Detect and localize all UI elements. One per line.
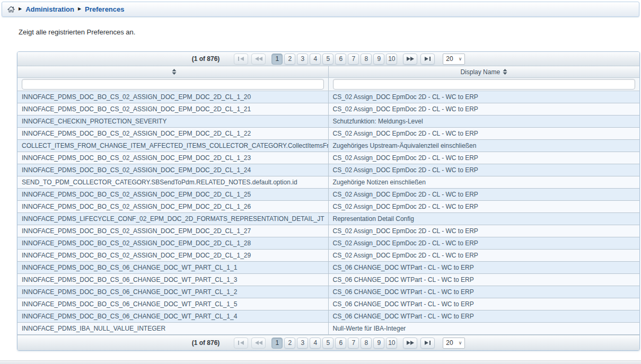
paginator-page-9-button[interactable]: 9	[373, 338, 384, 349]
paginator-last-button[interactable]	[420, 54, 435, 65]
paginator-page-3-button[interactable]: 3	[297, 338, 308, 349]
preference-name-cell: INNOFACE_PDMS_DOC_BO_CS_02_ASSIGN_DOC_EP…	[17, 201, 329, 212]
display-name-cell: Schutzfunktion: Meldungs-Level	[329, 116, 640, 127]
paginator-pages: 12345678910	[271, 54, 397, 65]
table-row[interactable]: INNOFACE_CHECKIN_PROTECTION_SEVERITYSchu…	[17, 116, 639, 128]
table-row[interactable]: INNOFACE_PDMS_DOC_BO_CS_02_ASSIGN_DOC_EP…	[17, 189, 639, 201]
breadcrumb-separator-icon: ▶	[78, 7, 81, 11]
name-filter-input[interactable]	[22, 79, 324, 90]
preference-name-cell: INNOFACE_PDMS_DOC_BO_CS_02_ASSIGN_DOC_EP…	[17, 189, 329, 200]
paginator-page-5-button[interactable]: 5	[322, 54, 333, 65]
column-header-display-name[interactable]: Display Name	[329, 66, 640, 77]
preference-name-cell: COLLECT_ITEMS_FROM_CHANGE_ITEM_AFFECTED_…	[17, 140, 329, 152]
filter-cell-name	[17, 78, 329, 91]
paginator-page-5-button[interactable]: 5	[322, 338, 333, 349]
display-name-cell: Zugehörige Notizen einschließen	[329, 176, 640, 188]
paginator-page-2-button[interactable]: 2	[284, 338, 295, 349]
display-name-cell: CS_06 CHANGE_DOC WTPart - CL - WC to ERP	[329, 262, 640, 273]
seek-last-icon	[424, 341, 431, 345]
home-icon[interactable]	[7, 6, 15, 13]
paginator-page-6-button[interactable]: 6	[335, 54, 346, 65]
table-row[interactable]: COLLECT_ITEMS_FROM_CHANGE_ITEM_AFFECTED_…	[17, 140, 639, 152]
paginator-current-text: (1 of 876)	[192, 55, 220, 63]
preference-name-cell: INNOFACE_PDMS_DOC_BO_CS_02_ASSIGN_DOC_EP…	[17, 103, 329, 115]
table-row[interactable]: INNOFACE_PDMS_IBA_NULL_VALUE_INTEGERNull…	[17, 323, 639, 335]
column-header-name[interactable]	[17, 66, 329, 77]
paginator-next-button[interactable]	[403, 54, 417, 65]
seek-last-icon	[424, 57, 431, 61]
table-row[interactable]: INNOFACE_PDMS_DOC_BO_CS_06_CHANGE_DOC_WT…	[17, 298, 639, 310]
table-row[interactable]: INNOFACE_PDMS_DOC_BO_CS_02_ASSIGN_DOC_EP…	[17, 237, 639, 250]
display-name-cell: CS_02 Assign_DOC EpmDoc 2D - CL - WC to …	[329, 237, 640, 249]
paginator-page-10-button[interactable]: 10	[386, 54, 397, 65]
paginator-pages: 12345678910	[271, 338, 397, 349]
table-row[interactable]: INNOFACE_PDMS_DOC_BO_CS_06_CHANGE_DOC_WT…	[17, 262, 639, 274]
paginator-page-2-button[interactable]: 2	[284, 54, 295, 65]
display-name-cell: Zugehöriges Upstream-Äquivalenzteil eins…	[329, 140, 640, 152]
table-row[interactable]: INNOFACE_PDMS_DOC_BO_CS_02_ASSIGN_DOC_EP…	[17, 152, 639, 164]
table-filter-row	[17, 78, 639, 91]
paginator-first-button[interactable]	[234, 338, 248, 349]
page-bottom-strip	[0, 360, 641, 364]
table-row[interactable]: INNOFACE_PDMS_LIFECYCLE_CONF_02_EPM_DOC_…	[17, 213, 639, 225]
display-name-cell: CS_02 Assign_DOC EpmDoc 2D - CL - WC to …	[329, 250, 640, 261]
paginator-prev-button[interactable]	[251, 54, 266, 65]
display-name-cell: CS_02 Assign_DOC EpmDoc 2D - CL - WC to …	[329, 91, 640, 103]
paginator-prev-button[interactable]	[251, 338, 266, 349]
display-name-filter-input[interactable]	[333, 79, 636, 90]
preference-name-cell: INNOFACE_PDMS_DOC_BO_CS_02_ASSIGN_DOC_EP…	[17, 225, 329, 237]
page-description: Zeigt alle registrierten Preferences an.	[19, 28, 135, 36]
breadcrumb-preferences-link[interactable]: Preferences	[85, 5, 124, 13]
paginator-page-7-button[interactable]: 7	[348, 338, 359, 349]
paginator-page-10-button[interactable]: 10	[386, 338, 397, 349]
paginator-page-6-button[interactable]: 6	[335, 338, 346, 349]
preference-name-cell: SEND_TO_PDM_COLLECTOR_CATEGORY.SBSendToP…	[17, 176, 329, 188]
paginator-page-9-button[interactable]: 9	[373, 54, 384, 65]
paginator-last-button[interactable]	[420, 338, 435, 349]
paginator-bottom: (1 of 876) 12345678910 20 ∨	[17, 335, 639, 350]
paginator-current-text: (1 of 876)	[192, 339, 220, 347]
rows-per-page-value: 20	[446, 55, 453, 63]
paginator-page-8-button[interactable]: 8	[361, 338, 372, 349]
table-row[interactable]: INNOFACE_PDMS_DOC_BO_CS_02_ASSIGN_DOC_EP…	[17, 103, 639, 116]
table-row[interactable]: INNOFACE_PDMS_DOC_BO_CS_06_CHANGE_DOC_WT…	[17, 310, 639, 323]
preference-name-cell: INNOFACE_PDMS_DOC_BO_CS_06_CHANGE_DOC_WT…	[17, 274, 329, 286]
table-row[interactable]: INNOFACE_PDMS_DOC_BO_CS_02_ASSIGN_DOC_EP…	[17, 250, 639, 262]
paginator-page-4-button[interactable]: 4	[310, 338, 321, 349]
column-header-display-name-label: Display Name	[460, 68, 500, 76]
paginator-next-button[interactable]	[403, 338, 417, 349]
paginator-first-button[interactable]	[234, 54, 248, 65]
display-name-cell: CS_02 Assign_DOC EpmDoc 2D - CL - WC to …	[329, 164, 640, 176]
display-name-cell: CS_06 CHANGE_DOC WTPart - CL - WC to ERP	[329, 274, 640, 286]
table-row[interactable]: INNOFACE_PDMS_DOC_BO_CS_02_ASSIGN_DOC_EP…	[17, 225, 639, 237]
preference-name-cell: INNOFACE_PDMS_DOC_BO_CS_02_ASSIGN_DOC_EP…	[17, 128, 329, 139]
preference-name-cell: INNOFACE_PDMS_DOC_BO_CS_02_ASSIGN_DOC_EP…	[17, 164, 329, 176]
paginator-page-7-button[interactable]: 7	[348, 54, 359, 65]
rows-per-page-select[interactable]: 20 ∨	[443, 338, 465, 349]
paginator-page-1-button[interactable]: 1	[271, 54, 283, 65]
paginator-page-3-button[interactable]: 3	[297, 54, 308, 65]
sort-icon	[503, 69, 507, 75]
table-row[interactable]: INNOFACE_PDMS_DOC_BO_CS_02_ASSIGN_DOC_EP…	[17, 128, 639, 140]
table-row[interactable]: INNOFACE_PDMS_DOC_BO_CS_06_CHANGE_DOC_WT…	[17, 274, 639, 286]
table-row[interactable]: INNOFACE_PDMS_DOC_BO_CS_02_ASSIGN_DOC_EP…	[17, 201, 639, 213]
preference-name-cell: INNOFACE_PDMS_LIFECYCLE_CONF_02_EPM_DOC_…	[17, 213, 329, 225]
paginator-page-4-button[interactable]: 4	[310, 54, 321, 65]
preference-name-cell: INNOFACE_CHECKIN_PROTECTION_SEVERITY	[17, 116, 329, 127]
table-row[interactable]: INNOFACE_PDMS_DOC_BO_CS_06_CHANGE_DOC_WT…	[17, 286, 639, 298]
preference-name-cell: INNOFACE_PDMS_DOC_BO_CS_06_CHANGE_DOC_WT…	[17, 262, 329, 273]
breadcrumb-administration-link[interactable]: Administration	[25, 5, 74, 13]
table-row[interactable]: INNOFACE_PDMS_DOC_BO_CS_02_ASSIGN_DOC_EP…	[17, 91, 639, 103]
preferences-table: (1 of 876) 12345678910 20 ∨ Display Name	[17, 51, 640, 351]
seek-prev-icon	[255, 341, 262, 345]
breadcrumb: ▶ Administration ▶ Preferences	[2, 2, 639, 17]
preferences-table-body: INNOFACE_PDMS_DOC_BO_CS_02_ASSIGN_DOC_EP…	[17, 91, 639, 335]
paginator-page-8-button[interactable]: 8	[361, 54, 372, 65]
table-row[interactable]: SEND_TO_PDM_COLLECTOR_CATEGORY.SBSendToP…	[17, 176, 639, 189]
table-row[interactable]: INNOFACE_PDMS_DOC_BO_CS_02_ASSIGN_DOC_EP…	[17, 164, 639, 176]
paginator-page-1-button[interactable]: 1	[271, 338, 283, 349]
seek-prev-icon	[255, 57, 262, 61]
rows-per-page-value: 20	[446, 339, 453, 347]
display-name-cell: Null-Werte für IBA-Integer	[329, 323, 640, 334]
rows-per-page-select[interactable]: 20 ∨	[443, 54, 465, 65]
